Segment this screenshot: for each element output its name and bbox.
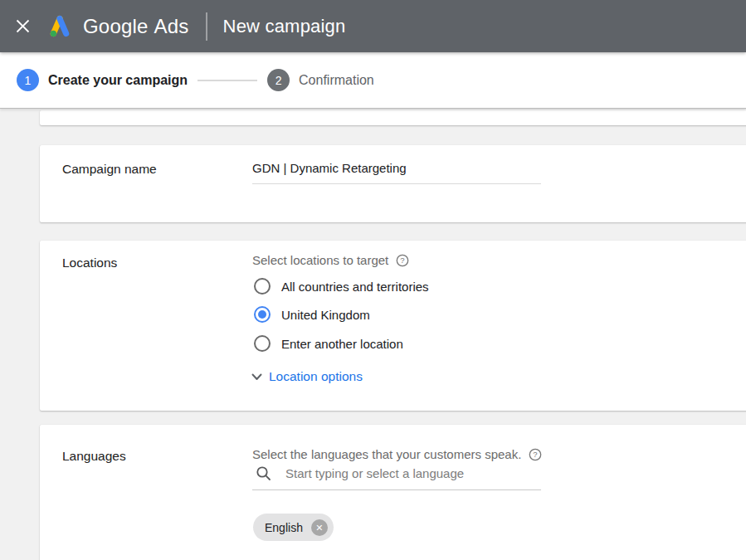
svg-text:?: ? [534, 450, 538, 459]
language-search-input[interactable] [285, 465, 534, 482]
step-2-circle: 2 [267, 69, 290, 91]
language-search-row [256, 465, 534, 482]
chip-remove-icon[interactable]: ✕ [311, 519, 328, 536]
locations-helper-text: Select locations to target [252, 253, 388, 267]
svg-text:?: ? [401, 256, 405, 265]
radio-enter-another-location-label: Enter another location [281, 337, 403, 351]
chip-label: English [265, 521, 303, 534]
location-options-expander[interactable]: Location options [251, 369, 363, 384]
location-options-label: Location options [269, 369, 363, 384]
brand-google: Google [83, 15, 149, 38]
search-icon [256, 465, 271, 481]
app-header: Google Ads New campaign [0, 0, 746, 52]
locations-helper-row: Select locations to target ? [252, 253, 409, 267]
language-chip-english: English ✕ [253, 514, 334, 541]
step-1-circle: 1 [17, 69, 39, 91]
new-campaign-page: Google Ads New campaign 1 Create your ca… [0, 0, 746, 560]
locations-card: Locations Select locations to target ? A… [40, 241, 746, 411]
progress-stepper: 1 Create your campaign 2 Confirmation [0, 52, 746, 109]
radio-enter-another-location[interactable]: Enter another location [254, 334, 403, 353]
close-icon [16, 19, 30, 33]
search-underline [252, 489, 541, 490]
languages-helper-row: Select the languages that your customers… [252, 447, 542, 461]
step-confirmation[interactable]: 2 Confirmation [267, 69, 374, 91]
step-2-label: Confirmation [299, 73, 374, 88]
languages-card: Languages Select the languages that your… [40, 425, 746, 560]
campaign-name-label: Campaign name [62, 162, 157, 177]
campaign-name-input[interactable] [252, 156, 541, 184]
locations-label: Locations [62, 256, 117, 270]
radio-circle-icon [254, 278, 271, 295]
help-icon[interactable]: ? [529, 448, 542, 461]
campaign-name-card: Campaign name [40, 145, 746, 222]
radio-all-countries[interactable]: All countries and territories [254, 277, 429, 295]
step-create-campaign[interactable]: 1 Create your campaign [17, 69, 188, 91]
radio-circle-icon [254, 335, 271, 352]
radio-united-kingdom-label: United Kingdom [281, 308, 370, 322]
languages-label: Languages [62, 449, 126, 464]
close-button[interactable] [12, 16, 33, 37]
page-title: New campaign [223, 16, 346, 37]
brand-logotype: Google Ads [83, 15, 189, 38]
header-divider [206, 12, 207, 41]
radio-circle-selected-icon [254, 306, 271, 323]
step-1-label: Create your campaign [48, 73, 188, 88]
brand-ads: Ads [154, 15, 189, 38]
step-connector [197, 80, 257, 81]
help-icon[interactable]: ? [396, 254, 409, 267]
languages-helper-text: Select the languages that your customers… [252, 447, 521, 461]
radio-united-kingdom[interactable]: United Kingdom [254, 305, 370, 324]
card-partial-top [40, 110, 746, 125]
google-ads-logo-icon [46, 13, 74, 39]
radio-all-countries-label: All countries and territories [281, 280, 429, 294]
chevron-down-icon [251, 373, 262, 381]
